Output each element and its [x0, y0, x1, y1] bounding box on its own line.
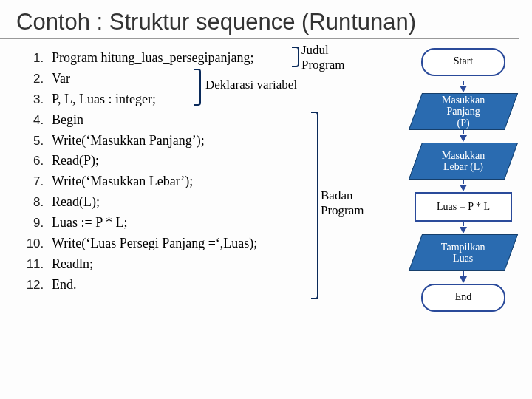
flowchart: Start Masukkan Panjang (P) Masukkan Leba… — [411, 48, 516, 316]
annotation-badan: Badan Program — [321, 188, 364, 218]
flow-input-l: Masukkan Lebar (L) — [409, 143, 518, 180]
flow-output: Tampilkan Luas — [409, 234, 518, 271]
bracket-badan — [311, 112, 318, 299]
annotation-judul: Judul Program — [301, 43, 345, 72]
bracket-judul — [292, 47, 299, 67]
annotation-deklarasi: Deklarasi variabel — [205, 78, 297, 92]
flow-end: End — [421, 284, 505, 312]
flow-start: Start — [421, 48, 505, 76]
bracket-deklarasi — [194, 69, 201, 106]
flow-process: Luas = P * L — [415, 192, 512, 222]
slide-title: Contoh : Struktur sequence (Runtunan) — [0, 0, 519, 39]
flow-input-p: Masukkan Panjang (P) — [409, 93, 518, 130]
